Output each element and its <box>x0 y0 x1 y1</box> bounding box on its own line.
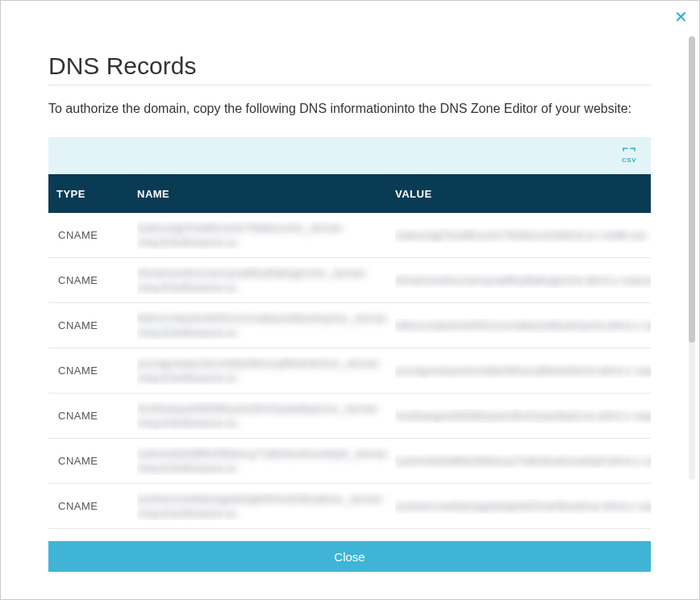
cell-value: 6dlnccrotacterethf3rnrzurnaltaclodfazetn… <box>395 319 651 333</box>
cell-value: hyaluzotgi7lzad6cozexr7ltoltiscomttd0rnt… <box>395 228 651 243</box>
close-button[interactable]: Close <box>48 541 651 572</box>
table-row: CNAMErysbrenttd2ldltfe2l0ltelouy71dilcld… <box>48 439 651 484</box>
cell-value: 4coifzaeguerttfd3lltnydoct9rof1yaedbytcr… <box>395 409 651 423</box>
cell-type: CNAME <box>48 410 137 422</box>
scrollbar-thumb[interactable] <box>689 36 695 343</box>
cell-name: hyaluzotgi7lzad6cozexr7ltoltiscomtt._dom… <box>137 221 395 249</box>
cell-name: hfmelczevtfcocranvyzadtfizyftialtogirrch… <box>137 266 395 294</box>
cell-type: CNAME <box>48 365 137 377</box>
cell-type: CNAME <box>48 455 137 467</box>
modal-content: DNS Records To authorize the domain, cop… <box>48 52 651 572</box>
modal-dialog: ✕ DNS Records To authorize the domain, c… <box>0 0 700 600</box>
cell-type: CNAME <box>48 319 137 331</box>
table-row: CNAMEpucragneaeyrokcrnldla2fefoxcyffeber… <box>48 348 651 394</box>
table-body: CNAMEhyaluzotgi7lzad6cozexr7ltoltiscomtt… <box>48 213 651 530</box>
cell-name: 4coifzaeguerttfd3lltnydoct9rof1yaedbytcr… <box>137 402 395 430</box>
table-row: CNAME4coifzaeguerttfd3lltnydoct9rof1yaed… <box>48 394 651 439</box>
table-header: TYPE NAME VALUE <box>48 174 651 213</box>
csv-label: CSV <box>622 156 636 164</box>
cell-type: CNAME <box>48 500 137 512</box>
cell-value: acofuencseeltactagaetzlghk82hoel3tiuettr… <box>395 499 651 514</box>
cell-value: pucragneaeyrokcrnldla2fefoxcyffebertkt2r… <box>395 364 651 378</box>
instruction-text: To authorize the domain, copy the follow… <box>48 100 651 118</box>
cell-type: CNAME <box>48 229 137 241</box>
cell-name: acofuencseeltactagaetzlghk82hoel3tiuettr… <box>137 492 395 520</box>
table-row: CNAME6dlnccrotacterethf3rnrzurnaltaclodf… <box>48 303 651 348</box>
table-row: CNAMEacofuencseeltactagaetzlghk82hoel3ti… <box>48 484 651 529</box>
column-header-type: TYPE <box>48 188 137 200</box>
close-icon[interactable]: ✕ <box>674 9 688 25</box>
cell-value: rysbrenttd2ldltfe2l0ltelouy71dilclduel2o… <box>395 454 651 469</box>
table-row: CNAMEhyaluzotgi7lzad6cozexr7ltoltiscomtt… <box>48 213 651 258</box>
cell-name: pucragneaeyrokcrnldla2fefoxcyffebertkt2r… <box>137 356 395 385</box>
export-csv-button[interactable]: CSV <box>622 148 636 164</box>
cell-value: hfmelczevtfcocranvyzadtfizyftialtogirrch… <box>395 273 651 288</box>
cell-name: rysbrenttd2ldltfe2l0ltelouy71dilclduel2o… <box>137 447 395 475</box>
table-toolbar: CSV <box>48 137 651 174</box>
page-title: DNS Records <box>48 52 651 85</box>
table-row: CNAMEhfmelczevtfcocranvyzadtfizyftialtog… <box>48 258 651 303</box>
cell-name: 6dlnccrotacterethf3rnrzurnaltaclodfazetn… <box>137 311 395 340</box>
csv-icon <box>623 148 635 156</box>
table-row: f1 F 0i0 i l C 71 0 ll l4ll l i f1 F 0i0… <box>48 529 651 530</box>
column-header-name: NAME <box>137 188 395 200</box>
column-header-value: VALUE <box>395 188 651 200</box>
cell-type: CNAME <box>48 274 137 286</box>
